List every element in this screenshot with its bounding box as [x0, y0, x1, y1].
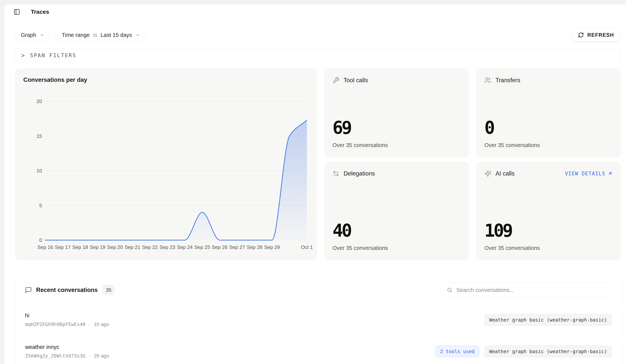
- stat-value: 0: [484, 119, 613, 137]
- filters-toolbar: Graph Time range is Last 15 days REFRESH: [15, 29, 621, 41]
- stat-title: Delegations: [344, 170, 375, 177]
- chart-x-axis: Sep 16Sep 17Sep 18Sep 19Sep 20Sep 21Sep …: [45, 244, 307, 252]
- meta-separator: ·: [89, 353, 91, 359]
- x-tick-label: Sep 18: [72, 244, 88, 250]
- x-tick-label: Sep 26: [212, 244, 227, 250]
- chart-area-fill: [45, 120, 307, 240]
- y-tick-label: 15: [37, 133, 42, 139]
- y-tick-label: 5: [39, 202, 42, 208]
- x-tick-label: Oct 1: [301, 244, 313, 250]
- stats-grid: Conversations per day 05101520 Sep 16Sep…: [15, 68, 621, 260]
- swap-arrows-icon: [332, 170, 339, 177]
- view-details-link[interactable]: VIEW DETAILS: [565, 171, 613, 176]
- main-content-panel: Traces Graph Time range is Last 15 days …: [4, 4, 626, 364]
- x-tick-label: Sep 29: [264, 244, 280, 250]
- view-mode-dropdown[interactable]: Graph: [15, 29, 50, 41]
- stat-title: AI calls: [496, 170, 515, 177]
- time-range-filter[interactable]: Time range is Last 15 days: [55, 29, 147, 41]
- sparkles-icon: [484, 170, 491, 177]
- stat-card-transfers: Transfers 0 Over 35 conversations: [476, 68, 621, 158]
- chart-plot-area[interactable]: [45, 101, 307, 240]
- stat-title: Tool calls: [344, 77, 368, 84]
- agent-tag: Weather graph basic (weather-graph-basic…: [484, 314, 612, 326]
- x-tick-label: Sep 28: [247, 244, 262, 250]
- wrench-icon: [332, 77, 339, 84]
- sidebar-toggle-button[interactable]: [12, 7, 22, 17]
- stat-card-delegations: Delegations 40 Over 35 conversations: [324, 162, 469, 260]
- stat-card-ai-calls: AI calls VIEW DETAILS 109 Over 35 conver…: [476, 162, 621, 260]
- view-mode-label: Graph: [21, 32, 36, 38]
- x-tick-label: Sep 22: [142, 244, 158, 250]
- chart-y-axis: 05101520: [15, 101, 42, 240]
- agent-tag: Weather graph basic (weather-graph-basic…: [484, 345, 612, 357]
- x-tick-label: Sep 20: [107, 244, 123, 250]
- stat-subtitle: Over 35 conversations: [484, 142, 613, 148]
- time-range-field: Time range: [62, 32, 90, 38]
- y-tick-label: 0: [39, 237, 42, 243]
- x-tick-label: Sep 23: [159, 244, 175, 250]
- stat-card-tool-calls: Tool calls 69 Over 35 conversations: [324, 68, 469, 158]
- refresh-label: REFRESH: [587, 32, 614, 38]
- x-tick-label: Sep 16: [38, 244, 53, 250]
- chevron-down-icon: [135, 33, 140, 37]
- search-conversations-box[interactable]: [441, 283, 612, 297]
- conversation-row[interactable]: hi mqHZP2EGh9h9BpFEwEs40 · 1h ago Weathe…: [15, 305, 622, 336]
- page-title: Traces: [31, 9, 49, 15]
- conversation-count-badge: 35: [103, 285, 115, 295]
- recent-conversations-header: Recent conversations 35: [15, 275, 622, 305]
- chart-title: Conversations per day: [23, 77, 87, 83]
- chat-bubble-icon: [25, 286, 32, 293]
- view-details-label: VIEW DETAILS: [565, 171, 605, 176]
- stat-subtitle: Over 35 conversations: [484, 245, 613, 251]
- stat-value: 69: [332, 119, 461, 137]
- time-range-operator: is: [93, 32, 97, 38]
- y-tick-label: 10: [37, 168, 42, 174]
- refresh-icon: [578, 32, 584, 38]
- recent-conversations-title: Recent conversations: [36, 286, 98, 293]
- x-tick-label: Sep 17: [55, 244, 71, 250]
- users-icon: [484, 77, 491, 84]
- tools-used-tag: 2 tools used: [435, 345, 479, 357]
- conversation-id: mqHZP2EGh9h9BpFEwEs40: [25, 322, 85, 327]
- conversations-chart-card: Conversations per day 05101520 Sep 16Sep…: [15, 68, 317, 260]
- span-filters-expander[interactable]: > SPAN FILTERS: [15, 48, 621, 62]
- y-tick-label: 20: [37, 98, 42, 104]
- stat-value: 40: [332, 222, 461, 240]
- time-range-value: Last 15 days: [101, 32, 132, 38]
- top-header: Traces: [4, 4, 626, 19]
- chart-gridlines: [45, 101, 307, 205]
- x-tick-label: Sep 24: [177, 244, 193, 250]
- conversation-title: hi: [25, 312, 109, 319]
- x-tick-label: Sep 27: [229, 244, 245, 250]
- conversation-row[interactable]: weather innyc ZVeWXgZy_Z6WltVd73s3G · 2h…: [15, 336, 622, 364]
- stat-value: 109: [484, 222, 613, 240]
- x-tick-label: Sep 25: [194, 244, 210, 250]
- arrow-up-right-icon: [608, 171, 613, 176]
- conversation-time: 1h ago: [94, 321, 109, 327]
- search-icon: [447, 287, 453, 293]
- refresh-button[interactable]: REFRESH: [571, 29, 621, 41]
- x-tick-label: Sep 21: [125, 244, 140, 250]
- chevron-right-icon: >: [21, 52, 25, 59]
- chart-line: [45, 120, 307, 240]
- chevron-down-icon: [40, 33, 44, 37]
- recent-conversations-section: Recent conversations 35 hi mqHZP2EGh9h9B…: [15, 275, 622, 364]
- search-conversations-input[interactable]: [456, 287, 606, 293]
- stat-title: Transfers: [496, 77, 520, 84]
- meta-separator: ·: [89, 321, 91, 327]
- span-filters-label: SPAN FILTERS: [30, 52, 77, 58]
- conversations-chart-svg: [45, 101, 307, 240]
- conversation-title: weather innyc: [25, 344, 109, 350]
- panel-left-icon: [14, 9, 20, 15]
- conversation-id: ZVeWXgZy_Z6WltVd73s3G: [25, 353, 85, 359]
- x-tick-label: Sep 19: [90, 244, 106, 250]
- stat-subtitle: Over 35 conversations: [332, 245, 461, 251]
- stat-subtitle: Over 35 conversations: [332, 142, 461, 148]
- conversation-time: 2h ago: [94, 353, 109, 359]
